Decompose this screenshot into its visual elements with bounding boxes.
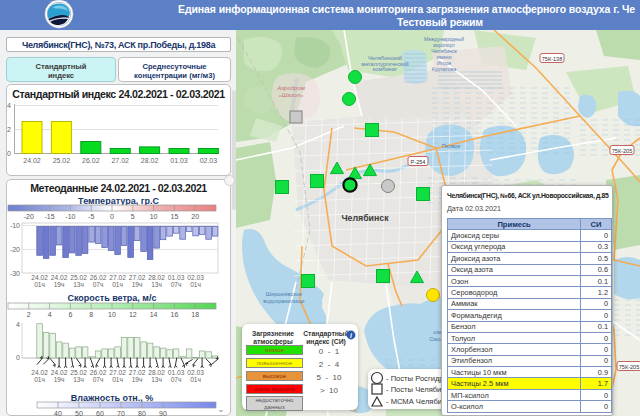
svg-text:15: 15 xyxy=(171,213,179,220)
svg-text:Челябинск: Челябинск xyxy=(341,213,389,223)
svg-text:0: 0 xyxy=(7,150,11,157)
svg-text:25.02: 25.02 xyxy=(53,157,71,164)
svg-text:40: 40 xyxy=(54,410,62,416)
svg-text:01.03: 01.03 xyxy=(168,274,185,281)
svg-text:Р-254: Р-254 xyxy=(411,159,426,165)
svg-text:4: 4 xyxy=(16,321,20,328)
svg-text:2: 2 xyxy=(7,126,11,133)
svg-text:27.02: 27.02 xyxy=(109,369,126,376)
svg-text:-15: -15 xyxy=(45,213,55,220)
svg-text:80: 80 xyxy=(138,410,146,416)
svg-text:02.03: 02.03 xyxy=(200,157,218,164)
svg-text:27.02: 27.02 xyxy=(109,274,126,281)
svg-text:01.03: 01.03 xyxy=(168,369,185,376)
svg-text:60: 60 xyxy=(96,410,104,416)
svg-text:50: 50 xyxy=(75,410,83,416)
svg-text:24.02: 24.02 xyxy=(23,157,41,164)
svg-text:13ч: 13ч xyxy=(73,281,84,288)
svg-text:10: 10 xyxy=(108,311,116,318)
svg-text:01ч: 01ч xyxy=(190,376,201,383)
svg-text:25.02: 25.02 xyxy=(70,274,87,281)
svg-text:10: 10 xyxy=(150,213,158,220)
svg-text:27.02: 27.02 xyxy=(111,157,129,164)
svg-text:-10: -10 xyxy=(65,213,75,220)
svg-text:26.02: 26.02 xyxy=(82,157,100,164)
svg-text:75К-138: 75К-138 xyxy=(542,56,563,62)
svg-text:2: 2 xyxy=(27,311,31,318)
svg-text:-10: -10 xyxy=(10,222,20,229)
svg-text:02.03: 02.03 xyxy=(187,274,204,281)
svg-text:75К-205: 75К-205 xyxy=(619,364,640,370)
svg-text:13ч: 13ч xyxy=(151,376,162,383)
svg-text:6: 6 xyxy=(68,311,72,318)
svg-text:Скорость ветра, м/с: Скорость ветра, м/с xyxy=(67,293,156,303)
svg-text:13ч: 13ч xyxy=(73,376,84,383)
svg-text:18: 18 xyxy=(191,311,199,318)
svg-text:-5: -5 xyxy=(88,213,94,220)
svg-text:14: 14 xyxy=(150,311,158,318)
svg-text:07ч: 07ч xyxy=(171,281,182,288)
svg-text:25.02: 25.02 xyxy=(70,369,87,376)
svg-text:Первое: Первое xyxy=(442,143,461,149)
svg-text:0: 0 xyxy=(16,354,20,361)
svg-text:12: 12 xyxy=(129,311,137,318)
svg-text:Аэродром«Шагол»: Аэродром«Шагол» xyxy=(276,85,305,98)
svg-text:01.03: 01.03 xyxy=(170,157,188,164)
svg-text:07ч: 07ч xyxy=(171,376,182,383)
svg-text:07ч: 07ч xyxy=(93,376,104,383)
svg-text:Шершнёвскоеводохранилище: Шершнёвскоеводохранилище xyxy=(263,291,304,304)
svg-text:02.03: 02.03 xyxy=(187,369,204,376)
svg-text:20: 20 xyxy=(191,213,199,220)
svg-text:19ч: 19ч xyxy=(132,376,143,383)
svg-text:26.02: 26.02 xyxy=(90,274,107,281)
svg-text:19ч: 19ч xyxy=(132,281,143,288)
svg-text:4: 4 xyxy=(7,102,11,109)
svg-text:27.02: 27.02 xyxy=(129,369,146,376)
svg-text:0: 0 xyxy=(110,213,114,220)
svg-text:01ч: 01ч xyxy=(34,281,45,288)
svg-text:07ч: 07ч xyxy=(93,281,104,288)
svg-text:90: 90 xyxy=(159,410,167,416)
svg-text:5: 5 xyxy=(131,213,135,220)
svg-text:28.02: 28.02 xyxy=(148,369,165,376)
svg-text:-20: -20 xyxy=(10,246,20,253)
svg-text:4: 4 xyxy=(48,311,52,318)
svg-text:01ч: 01ч xyxy=(190,281,201,288)
svg-text:24.02: 24.02 xyxy=(51,369,68,376)
svg-text:24.02: 24.02 xyxy=(31,369,48,376)
svg-text:-30: -30 xyxy=(10,270,20,277)
svg-text:01ч: 01ч xyxy=(34,376,45,383)
svg-text:13ч: 13ч xyxy=(151,281,162,288)
svg-text:19ч: 19ч xyxy=(54,376,65,383)
svg-text:24.02: 24.02 xyxy=(51,274,68,281)
svg-text:19ч: 19ч xyxy=(54,281,65,288)
svg-text:24.02: 24.02 xyxy=(31,274,48,281)
svg-text:70: 70 xyxy=(117,410,125,416)
svg-text:01ч: 01ч xyxy=(112,376,123,383)
svg-text:26.02: 26.02 xyxy=(90,369,107,376)
svg-text:28.02: 28.02 xyxy=(141,157,159,164)
svg-text:-20: -20 xyxy=(24,213,34,220)
svg-text:01ч: 01ч xyxy=(112,281,123,288)
svg-text:8: 8 xyxy=(89,311,93,318)
svg-text:16: 16 xyxy=(171,311,179,318)
svg-text:75К-205: 75К-205 xyxy=(612,148,633,154)
svg-text:27.02: 27.02 xyxy=(129,274,146,281)
svg-text:28.02: 28.02 xyxy=(148,274,165,281)
svg-text:Влажность отн., %: Влажность отн., % xyxy=(71,393,154,403)
